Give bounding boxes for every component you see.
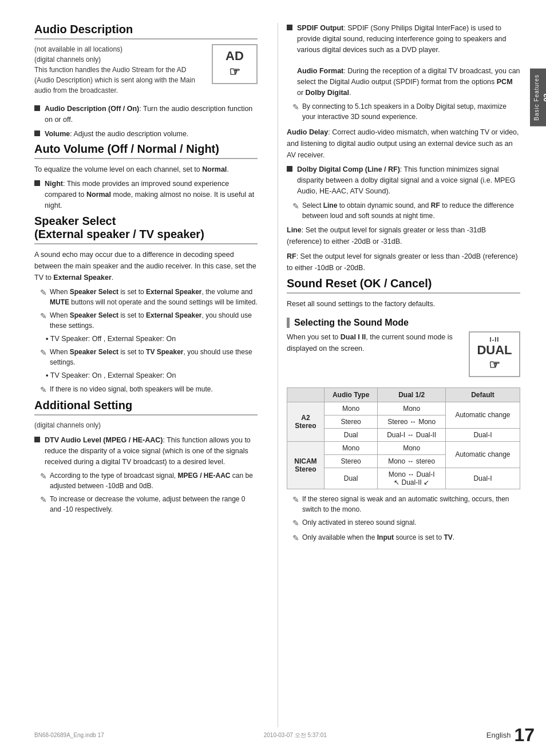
bullet-square-icon — [34, 437, 40, 442]
page-number-area: English 17 — [486, 725, 535, 746]
pencil-icon: ✎ — [40, 347, 47, 359]
right-column: SPDIF Output: SPDIF (Sony Philips Digita… — [281, 23, 520, 727]
additional-bullets: DTV Audio Level (MPEG / HE-AAC): This fu… — [34, 435, 258, 467]
section-heading-sound-reset: Sound Reset (OK / Cancel) — [287, 277, 520, 294]
date-info: 2010-03-07 오전 5:37:01 — [264, 731, 327, 739]
section-auto-volume: Auto Volume (Off / Normal / Night) To eq… — [34, 143, 258, 211]
note-speaker-external-2: ✎ When Speaker Select is set to External… — [34, 310, 258, 331]
bullet-dtv-audio: DTV Audio Level (MPEG / HE-AAC): This fu… — [34, 435, 258, 467]
table-cell-mono: Mono — [324, 402, 378, 415]
sound-reset-text: Reset all sound settings to the factory … — [287, 298, 520, 310]
pencil-icon: ✎ — [292, 517, 299, 529]
table-header-group — [287, 387, 325, 402]
table-cell-mono-dual: Mono — [378, 402, 445, 415]
chapter-tab: Basic Features 03 — [530, 69, 546, 126]
auto-volume-bullets: Night: This mode provides an improved so… — [34, 179, 258, 211]
table-cell-nicam-dual-dual: Mono ↔ Dual-I↖ Dual-II ↙ — [378, 468, 445, 489]
bullet-square-icon — [287, 25, 292, 30]
note-no-video: ✎ If there is no video signal, both spea… — [34, 384, 258, 396]
bullet-square-icon — [34, 180, 40, 186]
note-volume-range: ✎ To increase or decrease the volume, ad… — [34, 494, 258, 514]
table-header-dual: Dual 1/2 — [378, 387, 445, 402]
chapter-label: Basic Features — [533, 74, 540, 121]
additional-setting-intro: (digital channels only) — [34, 420, 258, 430]
table-cell-nicam-dual: Dual — [324, 468, 378, 489]
note-speaker-external-1: ✎ When Speaker Select is set to External… — [34, 287, 258, 307]
table-row: A2Stereo Mono Mono Automatic change — [287, 402, 520, 415]
pencil-icon: ✎ — [40, 470, 47, 482]
auto-volume-intro: To equalize the volume level on each cha… — [34, 164, 258, 175]
chapter-number: 03 — [542, 93, 546, 101]
table-cell-auto-change: Automatic change — [445, 402, 520, 428]
table-cell-nicam-stereo: Stereo — [324, 454, 378, 468]
dual-icon: I-II DUAL ☞ — [469, 331, 520, 377]
pencil-icon: ✎ — [292, 532, 299, 544]
page-number: 17 — [514, 725, 535, 746]
line-text: Line: Set the output level for signals g… — [287, 224, 520, 247]
table-header-default: Default — [445, 387, 520, 402]
indent-bullet-tv-on: TV Speaker: On , External Speaker: On — [34, 370, 258, 381]
page-language: English — [486, 731, 511, 739]
table-cell-nicam-mono-dual: Mono — [378, 441, 445, 454]
bullet-dolby: Dolby Digital Comp (Line / RF): This fun… — [287, 164, 520, 196]
sound-mode-table: Audio Type Dual 1/2 Default A2Stereo Mon… — [287, 387, 520, 489]
bullet-square-icon — [287, 166, 292, 172]
table-row: NICAMStereo Mono Mono Automatic change — [287, 441, 520, 454]
speaker-select-intro: A sound echo may occur due to a differen… — [34, 249, 258, 283]
note-51ch: ✎ By connecting to 5.1ch speakers in a D… — [287, 101, 520, 122]
audio-delay-text: Audio Delay: Correct audio-video mismatc… — [287, 126, 520, 161]
subsection-heading-sound-mode: Selecting the Sound Mode — [287, 318, 520, 328]
ad-icon: AD ☞ — [212, 44, 258, 84]
table-cell-stereo-dual: Stereo ↔ Mono — [378, 415, 445, 428]
page-footer: BN68-02689A_Eng.indb 17 2010-03-07 오전 5:… — [0, 725, 546, 746]
column-divider — [278, 23, 278, 727]
section-heading-additional: Additional Setting — [34, 399, 258, 415]
section-heading-auto-volume: Auto Volume (Off / Normal / Night) — [34, 143, 258, 159]
left-column: Audio Description AD ☞ (not available in… — [34, 23, 275, 727]
section-heading-audio-description: Audio Description — [34, 23, 258, 39]
table-cell-nicam-stereo-dual: Mono ↔ stereo — [378, 454, 445, 468]
indent-bullet-external-on: TV Speaker: Off , External Speaker: On — [34, 334, 258, 345]
pencil-icon: ✎ — [292, 200, 299, 212]
pencil-icon: ✎ — [292, 101, 299, 113]
rf-text: RF: Set the output level for signals gre… — [287, 251, 520, 274]
table-cell-nicam-mono: Mono — [324, 441, 378, 454]
table-header-audio-type: Audio Type — [324, 387, 378, 402]
pencil-icon: ✎ — [40, 310, 47, 322]
note-stereo-only: ✎ Only activated in stereo sound signal. — [287, 517, 520, 529]
section-heading-speaker-select: Speaker Select(External speaker / TV spe… — [34, 215, 258, 244]
table-cell-dual-i: Dual-I — [445, 428, 520, 441]
pencil-icon: ✎ — [40, 384, 47, 396]
table-cell-stereo: Stereo — [324, 415, 378, 428]
section-sound-mode: Selecting the Sound Mode I-II DUAL ☞ Whe… — [287, 318, 520, 544]
table-cell-nicam: NICAMStereo — [287, 441, 325, 489]
bullet-audio-desc-onoff: Audio Description (Off / On): Turn the a… — [34, 104, 258, 125]
bullet-audio-desc-volume: Volume: Adjust the audio description vol… — [34, 129, 258, 140]
note-input-tv: ✎ Only available when the Input source i… — [287, 532, 520, 544]
section-speaker-select: Speaker Select(External speaker / TV spe… — [34, 215, 258, 397]
section-audio-description: Audio Description AD ☞ (not available in… — [34, 23, 258, 139]
audio-description-bullets: Audio Description (Off / On): Turn the a… — [34, 104, 258, 139]
table-cell-a2: A2Stereo — [287, 402, 325, 441]
pencil-icon: ✎ — [40, 494, 47, 506]
table-cell-nicam-dual-i: Dual-I — [445, 468, 520, 489]
bullet-square-icon — [34, 130, 40, 136]
note-stereo-weak: ✎ If the stereo signal is weak and an au… — [287, 494, 520, 514]
bullet-square-icon — [34, 105, 40, 111]
table-cell-dual: Dual — [324, 428, 378, 441]
note-mpeg-haaac: ✎ According to the type of broadcast sig… — [34, 470, 258, 491]
pencil-icon: ✎ — [40, 287, 47, 299]
spdif-bullets: SPDIF Output: SPDIF (Sony Philips Digita… — [287, 23, 520, 98]
note-line-rf: ✎ Select Line to obtain dynamic sound, a… — [287, 200, 520, 221]
bullet-spdif: SPDIF Output: SPDIF (Sony Philips Digita… — [287, 23, 520, 98]
section-additional-setting: Additional Setting (digital channels onl… — [34, 399, 258, 514]
pencil-icon: ✎ — [292, 494, 299, 506]
table-cell-nicam-auto: Automatic change — [445, 441, 520, 468]
section-sound-reset: Sound Reset (OK / Cancel) Reset all soun… — [287, 277, 520, 310]
dolby-bullets: Dolby Digital Comp (Line / RF): This fun… — [287, 164, 520, 196]
note-speaker-tv: ✎ When Speaker Select is set to TV Speak… — [34, 347, 258, 367]
file-info: BN68-02689A_Eng.indb 17 — [34, 732, 104, 738]
bullet-night-mode: Night: This mode provides an improved so… — [34, 179, 258, 211]
table-cell-dual-dual: Dual-I ↔ Dual-II — [378, 428, 445, 441]
